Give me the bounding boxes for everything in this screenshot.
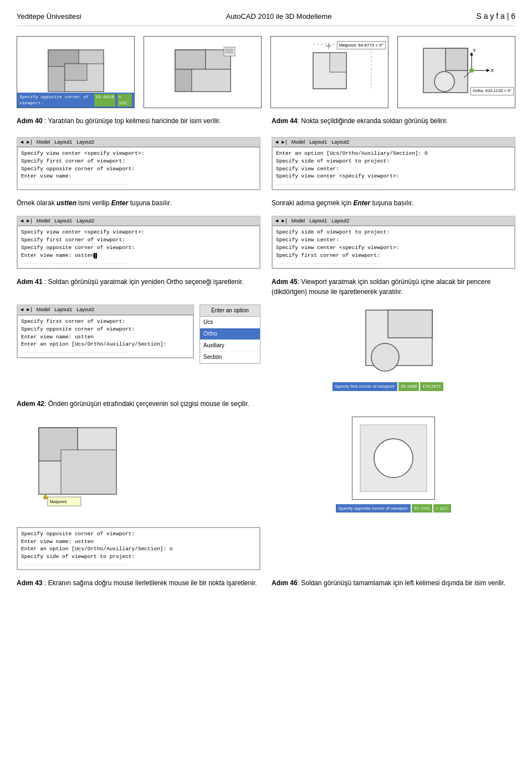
top-screenshots-row: Specify opposite corner of viewport: 55.… xyxy=(17,36,515,108)
col-cmd3-option: ◄ ►| Model Layout1 Layout2 Specify first… xyxy=(17,305,260,364)
option-ucs[interactable]: Ucs xyxy=(200,317,260,328)
col-cmd6: Specify opposite corner of viewport: Ent… xyxy=(17,527,260,571)
col-step43: Adım 43 : Ekranın sağına doğru mouse ile… xyxy=(17,578,260,588)
option-panel: Enter an option Ucs Ortho Auxiliary Sect… xyxy=(200,305,260,364)
option-auxiliary[interactable]: Auxiliary xyxy=(200,340,260,352)
cmd-screenshot-2: ◄ ►| Model Layout1 Layout2 Specify view … xyxy=(17,216,260,270)
svg-rect-6 xyxy=(175,50,206,69)
svg-rect-32 xyxy=(388,310,432,338)
col-sonraki: Sonraki adıma geçmek için Enter tuşuna b… xyxy=(272,198,515,208)
step40-label: Adım 40 : Yaratılan bu görünüşe top keli… xyxy=(17,116,260,126)
header-left: Yeditepe Ünivesitesi xyxy=(17,12,81,22)
specify-label-2: Specify opposite corner of viewport: xyxy=(336,504,411,513)
top-screenshot-3: Midpoint: 84.8772 < 0° Midpoint: 84.8772… xyxy=(270,36,388,108)
cmd-text-3: Specify first corner of viewport: Specif… xyxy=(17,315,193,358)
circle-only-svg xyxy=(355,419,432,497)
svg-rect-36 xyxy=(61,450,116,494)
svg-rect-8 xyxy=(175,69,192,92)
sonraki-text: Sonraki adıma geçmek için Enter tuşuna b… xyxy=(272,198,515,208)
specify-bar-circle: Specify opposite corner of viewport: 57.… xyxy=(336,504,451,513)
specify-val1: 95.1068 xyxy=(398,382,419,390)
col-step41-text: Örnek olarak ustten ismi verilip Enter t… xyxy=(17,198,260,208)
cmd-toolbar-3: ◄ ►| Model Layout1 Layout2 xyxy=(17,305,193,315)
cmd-screenshot-5: ◄ ►| Model Layout1 Layout2 Specify side … xyxy=(272,216,515,269)
row-step41-sonraki: Örnek olarak ustten ismi verilip Enter t… xyxy=(17,198,515,208)
cad-circle-svg xyxy=(332,305,454,382)
col-step46-right xyxy=(272,527,515,571)
cmd3-option-wrapper: ◄ ►| Model Layout1 Layout2 Specify first… xyxy=(17,305,260,364)
cmd-screenshot-4: ◄ ►| Model Layout1 Layout2 Enter an opti… xyxy=(272,137,515,190)
cmd-toolbar-2: ◄ ►| Model Layout1 Layout2 xyxy=(17,216,260,226)
specify-val3: 57.7241 xyxy=(412,504,432,513)
svg-rect-2 xyxy=(48,67,65,92)
row-cad-mid: Midpoint Specify opposite corner of view… xyxy=(17,417,515,519)
specify-val2: 170.2671 xyxy=(420,382,443,390)
svg-marker-27 xyxy=(487,69,490,72)
cad-image-3: Midpoint: 84.8772 < 0° Midpoint: 84.8772… xyxy=(270,36,388,108)
cmd-text-2: Specify view center <specify viewport>: … xyxy=(17,226,260,268)
svg-point-33 xyxy=(371,343,399,371)
cad-midpoint-svg: Midpoint xyxy=(17,417,139,516)
specify-val4: < 321° xyxy=(433,504,451,513)
step43-text: Adım 43 : Ekranın sağına doğru mouse ile… xyxy=(17,578,260,588)
svg-point-22 xyxy=(434,72,454,92)
cmd-screenshot-6: Specify opposite corner of viewport: Ent… xyxy=(17,527,260,571)
row-cmd3-cad: ◄ ►| Model Layout1 Layout2 Specify first… xyxy=(17,305,515,390)
option-section[interactable]: Section xyxy=(200,352,260,363)
top-screenshot-1: Specify opposite corner of viewport: 55.… xyxy=(17,36,135,108)
svg-rect-17 xyxy=(330,53,346,72)
cad-specify-box: Specify first corner of viewport: 95.106… xyxy=(332,305,454,390)
specify-bar-1: Specify opposite corner of viewport: 55.… xyxy=(17,93,134,107)
page-header: Yeditepe Ünivesitesi AutoCAD 2010 ile 3D… xyxy=(17,11,515,26)
option-panel-title: Enter an option xyxy=(200,305,260,317)
col-step40: Adım 40 : Yaratılan bu görünüşe top keli… xyxy=(17,116,260,129)
cmd-text-5: Specify side of viewport to project: Spe… xyxy=(272,226,515,268)
specify-bar-right: Specify first corner of viewport: 95.106… xyxy=(332,382,454,390)
circle-only-box xyxy=(352,417,435,500)
cmd-text-1: Specify view center <specify viewport>: … xyxy=(17,147,260,190)
svg-text:X: X xyxy=(490,68,494,73)
svg-rect-4 xyxy=(65,64,87,80)
row-cmd6: Specify opposite corner of viewport: Ent… xyxy=(17,527,515,571)
col-cad-specify: Specify first corner of viewport: 95.106… xyxy=(272,305,515,390)
svg-rect-21 xyxy=(446,48,468,70)
cmd-toolbar-1: ◄ ►| Model Layout1 Layout2 xyxy=(17,138,260,148)
ortho-tooltip: Ortho: 610.1133 < 0° xyxy=(470,87,514,95)
top-screenshot-2 xyxy=(144,36,262,108)
cmd-text-6: Specify opposite corner of viewport: Ent… xyxy=(17,527,260,570)
row-cmd-2: ◄ ►| Model Layout1 Layout2 Specify view … xyxy=(17,216,515,270)
row-step43-46: Adım 43 : Ekranın sağına doğru mouse ile… xyxy=(17,578,515,588)
cmd3-wrapper: ◄ ►| Model Layout1 Layout2 Specify first… xyxy=(17,305,194,358)
col-step42: Adem 42: Önden görünüşün etrafındaki çer… xyxy=(17,399,260,409)
svg-rect-10 xyxy=(224,47,235,56)
col-step41: Adım 41 : Soldan görünüşü yaratmak için … xyxy=(17,277,260,297)
cad-specify-wrapper: Specify first corner of viewport: 95.106… xyxy=(272,305,515,390)
cmd-text-4: Enter an option [Ucs/Ortho/Auxiliary/Sec… xyxy=(272,147,515,190)
cmd-toolbar-4: ◄ ►| Model Layout1 Layout2 xyxy=(272,138,515,148)
example-text: Örnek olarak ustten ismi verilip Enter t… xyxy=(17,198,260,208)
option-ortho[interactable]: Ortho xyxy=(200,328,260,340)
col-step46: Adım 46: Soldan görünüşü tamamlamak için… xyxy=(272,578,515,588)
step44-label: Adım 44: Nokta seçildiğinde ekranda sold… xyxy=(272,116,515,126)
row-step42: Adem 42: Önden görünüşün etrafındaki çer… xyxy=(17,399,515,409)
col-cmd-4: ◄ ►| Model Layout1 Layout2 Enter an opti… xyxy=(272,137,515,190)
circle-only-wrapper: Specify opposite corner of viewport: 57.… xyxy=(272,417,515,513)
col-cad-mid: Midpoint xyxy=(17,417,260,519)
svg-point-41 xyxy=(374,439,413,478)
cmd-screenshot-1: ◄ ►| Model Layout1 Layout2 Specify view … xyxy=(17,137,260,190)
step45-text: Adım 45: Viewport yaratmak için soldan g… xyxy=(272,277,515,297)
cad-image-1: Specify opposite corner of viewport: 55.… xyxy=(17,36,135,108)
row-cmd-1: ◄ ►| Model Layout1 Layout2 Specify view … xyxy=(17,137,515,190)
col-cmd-1: ◄ ►| Model Layout1 Layout2 Specify view … xyxy=(17,137,260,190)
svg-text:Y: Y xyxy=(473,48,476,53)
row-step40-44: Adım 40 : Yaratılan bu görünüşe top keli… xyxy=(17,116,515,129)
specify-label: Specify first corner of viewport: xyxy=(332,382,397,390)
svg-rect-9 xyxy=(192,69,231,92)
cad-image-4: Y X Ortho: 610.1133 < 0° xyxy=(397,36,515,108)
cad-midpoint-wrapper: Midpoint xyxy=(17,417,139,516)
cmd-screenshot-3: ◄ ►| Model Layout1 Layout2 Specify first… xyxy=(17,305,194,358)
svg-text:Midpoint: Midpoint xyxy=(50,499,67,504)
col-step44: Adım 44: Nokta seçildiğinde ekranda sold… xyxy=(272,116,515,129)
col-step42-right xyxy=(272,399,515,409)
cad-image-2 xyxy=(144,36,262,108)
